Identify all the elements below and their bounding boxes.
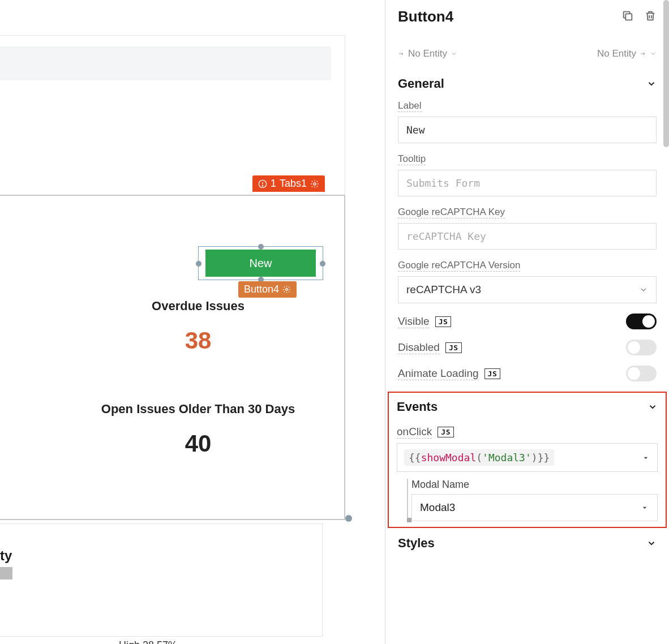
onclick-label: onClick <box>397 426 432 439</box>
canvas-top-inner <box>0 46 331 80</box>
chevron-down-icon <box>646 538 657 548</box>
modal-name-value: Modal3 <box>420 501 455 514</box>
modal-name-label: Modal Name <box>410 479 658 491</box>
js-badge[interactable]: JS <box>484 368 501 379</box>
gear-icon[interactable] <box>310 179 319 188</box>
recaptcha-version-value: reCAPTCHA v3 <box>406 284 481 296</box>
section-general[interactable]: General <box>398 76 657 91</box>
chevron-down-icon <box>639 285 648 294</box>
copy-icon[interactable] <box>621 10 634 24</box>
svg-point-4 <box>286 289 288 291</box>
caret-down-icon[interactable] <box>641 453 650 462</box>
section-general-label: General <box>398 76 444 91</box>
events-section-highlight: Events onClick JS {{showModal('Modal3')}… <box>388 392 667 528</box>
modal-name-select[interactable]: Modal3 <box>411 494 658 521</box>
svg-point-3 <box>314 183 316 185</box>
js-badge[interactable]: JS <box>435 316 452 327</box>
animate-label: Animate Loading <box>398 367 479 380</box>
visible-toggle[interactable] <box>626 314 657 329</box>
entity-incoming-label: No Entity <box>408 48 447 59</box>
selection-handle-left[interactable] <box>196 261 201 267</box>
section-events[interactable]: Events <box>397 400 658 414</box>
recaptcha-key-input[interactable] <box>398 223 657 250</box>
disabled-label: Disabled <box>398 341 440 354</box>
svg-point-2 <box>262 185 263 186</box>
visible-label: Visible <box>398 315 430 328</box>
chevron-down-icon <box>646 79 657 89</box>
disabled-toggle[interactable] <box>626 340 657 355</box>
label-input[interactable] <box>398 117 657 143</box>
section-events-label: Events <box>397 400 438 414</box>
panel-title: Button4 <box>398 8 453 25</box>
section-styles-label: Styles <box>398 536 435 551</box>
button4-tag[interactable]: Button4 <box>238 281 297 298</box>
bar-fragment <box>0 567 12 579</box>
gear-icon[interactable] <box>282 285 291 294</box>
tooltip-input[interactable] <box>398 170 657 196</box>
onclick-code: {{showModal('Modal3')}} <box>404 449 554 466</box>
arrow-right-icon <box>640 50 646 57</box>
warning-icon <box>258 179 267 188</box>
chevron-down-icon <box>451 50 457 57</box>
js-badge[interactable]: JS <box>438 427 454 437</box>
high-fragment: High 28.57% <box>119 639 177 644</box>
svg-rect-5 <box>625 14 632 20</box>
recaptcha-version-select[interactable]: reCAPTCHA v3 <box>398 276 657 303</box>
chevron-down-icon <box>647 402 658 412</box>
delete-icon[interactable] <box>644 10 657 24</box>
tabs1-tag[interactable]: 1 Tabs1 <box>252 175 325 192</box>
selection-handle-top[interactable] <box>258 244 264 250</box>
selection-handle-right[interactable] <box>320 261 325 267</box>
animate-toggle[interactable] <box>626 366 657 381</box>
arrow-right-icon <box>398 50 405 57</box>
tooltip-field-label: Tooltip <box>398 153 426 165</box>
recaptcha-version-label: Google reCAPTCHA Version <box>398 260 520 272</box>
new-button-label: New <box>249 257 272 270</box>
entity-incoming[interactable]: No Entity <box>398 48 457 59</box>
onclick-code-input[interactable]: {{showModal('Modal3')}} <box>397 443 658 472</box>
metric2-label: Open Issues Older Than 30 Days <box>0 402 396 417</box>
metric1-value: 38 <box>0 327 396 354</box>
js-badge[interactable]: JS <box>445 342 462 353</box>
label-field-label: Label <box>398 100 422 112</box>
canvas-bottom-container <box>0 523 323 637</box>
properties-panel: Button4 No Entity No Entity General Labe… <box>385 0 669 644</box>
caret-down-icon <box>640 503 649 512</box>
entity-outgoing-label: No Entity <box>597 48 636 59</box>
entity-outgoing[interactable]: No Entity <box>597 48 657 59</box>
scrollbar[interactable] <box>663 0 669 147</box>
tabs1-count: 1 <box>271 178 276 190</box>
new-button[interactable]: New <box>205 250 316 277</box>
canvas-area: 1 Tabs1 New Button4 Overdue Issues 38 Op… <box>0 0 385 644</box>
metric1-label: Overdue Issues <box>0 299 396 314</box>
ty-fragment: ty <box>0 548 12 564</box>
metric2-value: 40 <box>0 430 396 457</box>
canvas-main-container <box>0 195 345 520</box>
tabs1-label: Tabs1 <box>280 178 307 190</box>
section-styles[interactable]: Styles <box>398 536 657 551</box>
chevron-down-icon <box>650 50 657 57</box>
button4-tag-label: Button4 <box>244 284 279 295</box>
resize-handle[interactable] <box>345 515 352 522</box>
recaptcha-key-label: Google reCAPTCHA Key <box>398 207 505 218</box>
